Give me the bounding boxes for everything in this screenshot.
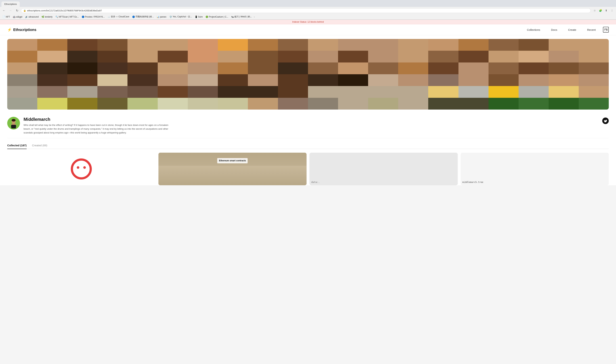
color-cell	[398, 51, 428, 63]
reload-button[interactable]: ↻	[14, 8, 20, 13]
svg-rect-1	[606, 30, 607, 30]
color-cell	[459, 98, 488, 110]
bookmark-ultrasound[interactable]: 🔊 ultrasound	[24, 15, 40, 19]
profile-name: Middlemarch	[24, 117, 599, 122]
nav-create[interactable]: Create	[568, 28, 576, 31]
color-cell	[278, 39, 308, 51]
color-cell	[398, 63, 428, 74]
bookmark-aigpt[interactable]: 🤖 ai&gpt	[12, 15, 23, 19]
bookmark-parsec[interactable]: 📊 parsec	[155, 15, 167, 19]
color-cell	[398, 98, 428, 110]
profile-bio: Who shall tell what may be the effect of…	[24, 123, 168, 135]
address-bar[interactable]: 🔒 ethscriptions.com/0xC2172a6315c1D7f685…	[21, 8, 591, 13]
color-cell	[97, 86, 128, 98]
color-cell	[248, 63, 278, 74]
bookmark-nft[interactable]: 📄 NFT	[1, 15, 11, 19]
bookmark-captcha[interactable]: 🛡️ Yes, Captcha! - 仪...	[168, 15, 193, 19]
color-cell	[579, 86, 609, 98]
tabs-section: Collected (187) Created (69)	[7, 138, 609, 149]
share-button[interactable]: ⬆	[604, 8, 609, 13]
bookmark-tenderly[interactable]: 🌿 tenderly	[40, 15, 54, 19]
browser-toolbar: ← → ↻ 🔒 ethscriptions.com/0xC2172a6315c1…	[0, 7, 616, 14]
nav-docs[interactable]: Docs	[551, 28, 557, 31]
color-cell	[488, 51, 519, 63]
card-middlemarch[interactable]: middlemarch.tree	[461, 153, 609, 185]
color-cell	[519, 39, 549, 51]
color-cell	[519, 98, 549, 110]
color-grid-banner	[7, 39, 609, 110]
middlemarch-card-text: middlemarch.tree	[462, 181, 483, 183]
color-cell	[248, 98, 278, 110]
color-cell	[338, 63, 368, 74]
nav-recent[interactable]: Recent	[587, 28, 596, 31]
color-cell	[488, 86, 519, 98]
avatar-image	[7, 117, 20, 130]
card-data[interactable]: data:.	[309, 153, 458, 185]
color-cell	[278, 74, 308, 86]
color-cell	[308, 98, 338, 110]
back-button[interactable]: ←	[1, 8, 7, 13]
extensions-button[interactable]: 🧩	[598, 8, 603, 13]
browser-tabs: Ethscriptions	[0, 0, 616, 7]
color-cell	[67, 86, 97, 98]
bookmark-projectcaelum[interactable]: 🟢 ProjectCaelum | C...	[205, 15, 229, 19]
color-cell	[308, 51, 338, 63]
tab-collected[interactable]: Collected (187)	[7, 142, 27, 149]
svg-point-8	[72, 159, 91, 178]
bookmark-5sim[interactable]: 📱 5sim	[194, 15, 204, 19]
color-cell	[218, 51, 248, 63]
color-cell	[368, 86, 398, 98]
color-cell	[128, 86, 157, 98]
color-cell	[308, 39, 338, 51]
forward-button[interactable]: →	[8, 8, 13, 13]
color-cell	[158, 39, 188, 51]
color-cell	[459, 63, 488, 74]
wallet-button[interactable]	[603, 27, 609, 33]
more-button[interactable]: ⋮	[609, 8, 615, 13]
color-cell	[7, 39, 37, 51]
color-cell	[97, 51, 128, 63]
color-cell	[459, 51, 488, 63]
color-cell	[128, 98, 157, 110]
bookmark-proxies[interactable]: 🔵 Proxies / PROXY6...	[81, 15, 106, 19]
color-cell	[248, 74, 278, 86]
color-cell	[7, 63, 37, 74]
bookmark-cloudcave[interactable]: ☁️ 登录 — CloudCave	[106, 15, 130, 19]
bookmark-nftscan[interactable]: 🔍 NFTScan | NFT Ex...	[54, 15, 80, 19]
twitter-icon	[604, 119, 607, 122]
profile-info: Middlemarch Who shall tell what may be t…	[24, 117, 599, 135]
color-cell	[338, 74, 368, 86]
color-grid	[7, 39, 609, 110]
color-cell	[188, 39, 218, 51]
wallet-icon	[604, 28, 607, 31]
color-cell	[218, 98, 248, 110]
nav-collections[interactable]: Collections	[527, 28, 540, 31]
color-cell	[67, 51, 97, 63]
site-logo[interactable]: ⚡ Ethscriptions	[7, 27, 36, 32]
ethereum-card-text: Ethereum smart contracts	[217, 158, 248, 163]
card-ethereum[interactable]: Ethereum smart contracts	[158, 153, 307, 185]
color-cell	[188, 63, 218, 74]
smiley-svg	[70, 158, 92, 180]
color-cell	[338, 51, 368, 63]
color-cell	[519, 86, 549, 98]
tab-created[interactable]: Created (69)	[32, 142, 47, 149]
bookmark-star-button[interactable]: ☆	[592, 8, 597, 13]
color-cell	[519, 63, 549, 74]
bookmark-web3[interactable]: 🐜 蚁穴 | Web3 | 蚂...	[230, 15, 253, 19]
color-cell	[579, 39, 609, 51]
color-cell	[579, 51, 609, 63]
more-bookmarks[interactable]: »	[254, 16, 255, 18]
active-tab[interactable]: Ethscriptions	[1, 1, 20, 7]
bookmark-binance[interactable]: 🔵 币圈肉身跨链 (移...	[131, 15, 155, 19]
color-cell	[368, 39, 398, 51]
twitter-button[interactable]	[602, 117, 609, 124]
color-cell	[128, 39, 157, 51]
card-smiley[interactable]	[7, 153, 155, 185]
nav-links: Collections Docs Create Recent	[527, 28, 596, 31]
color-cell	[37, 63, 67, 74]
logo-icon: ⚡	[7, 27, 12, 32]
color-cell	[338, 86, 368, 98]
color-cell	[188, 86, 218, 98]
color-cell	[7, 98, 37, 110]
